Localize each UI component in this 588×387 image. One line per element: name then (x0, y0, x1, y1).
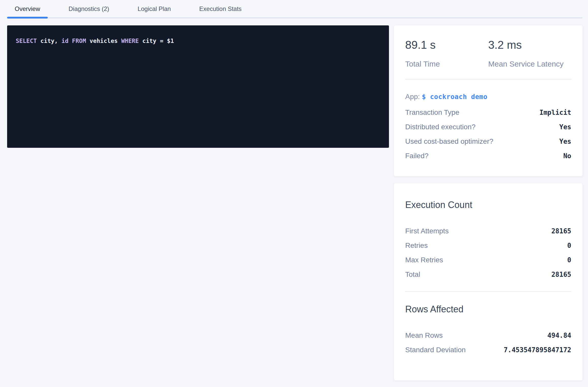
app-row: App: $ cockroach demo (405, 93, 571, 101)
row-label: Total (405, 270, 420, 279)
row-retries: Retries 0 (405, 241, 571, 250)
tab-execution-stats-label: Execution Stats (199, 5, 242, 12)
row-value: 7.453547895847172 (504, 346, 571, 354)
row-label: Failed? (405, 152, 429, 160)
sql-token: city = $1 (139, 38, 174, 44)
tab-overview[interactable]: Overview (7, 0, 48, 18)
app-link[interactable]: $ cockroach demo (422, 93, 487, 101)
sql-statement-text: SELECT city, id FROM vehicles WHERE city… (16, 38, 174, 44)
tab-diagnostics-label: Diagnostics (2) (69, 5, 109, 12)
tab-diagnostics[interactable]: Diagnostics (2) (61, 0, 117, 18)
row-transaction-type: Transaction Type Implicit (405, 108, 571, 117)
stat-total-time: 89.1 s Total Time (405, 39, 488, 68)
row-mean-rows: Mean Rows 494.84 (405, 331, 571, 340)
mean-service-latency-value: 3.2 ms (488, 39, 571, 52)
sql-token: vehicles (86, 38, 121, 44)
row-value: Implicit (540, 109, 571, 116)
statement-details-page: Overview Diagnostics (2) Logical Plan Ex… (0, 0, 588, 387)
row-max-retries: Max Retries 0 (405, 256, 571, 264)
row-value: No (563, 152, 571, 160)
rows-affected-title: Rows Affected (405, 304, 571, 315)
row-standard-deviation: Standard Deviation 7.453547895847172 (405, 346, 571, 354)
tab-overview-label: Overview (15, 5, 40, 12)
sql-token: SELECT (16, 38, 37, 44)
row-value: Yes (559, 123, 571, 131)
row-label: Max Retries (405, 256, 443, 264)
row-value: 494.84 (547, 332, 571, 339)
row-distributed-execution: Distributed execution? Yes (405, 123, 571, 131)
stat-mean-service-latency: 3.2 ms Mean Service Latency (488, 39, 571, 68)
summary-divider (405, 79, 571, 79)
row-value: 28165 (551, 271, 571, 278)
summary-card: 89.1 s Total Time 3.2 ms Mean Service La… (394, 25, 582, 176)
row-total: Total 28165 (405, 270, 571, 279)
row-cost-based-optimizer: Used cost-based optimizer? Yes (405, 137, 571, 146)
row-failed: Failed? No (405, 152, 571, 160)
stats-row: 89.1 s Total Time 3.2 ms Mean Service La… (405, 39, 571, 68)
row-value: Yes (559, 138, 571, 145)
sql-token: city, (37, 38, 61, 44)
sql-token (69, 38, 72, 44)
tab-logical-plan[interactable]: Logical Plan (130, 0, 178, 18)
row-label: Mean Rows (405, 331, 443, 340)
sql-token: WHERE (121, 38, 139, 44)
row-value: 0 (567, 256, 571, 264)
row-value: 0 (567, 242, 571, 249)
sql-statement-box: SELECT city, id FROM vehicles WHERE city… (7, 25, 389, 148)
row-label: First Attempts (405, 227, 449, 235)
app-label: App: (405, 93, 420, 101)
tab-logical-plan-label: Logical Plan (138, 5, 171, 12)
mean-service-latency-label: Mean Service Latency (488, 60, 571, 68)
execution-card: Execution Count First Attempts 28165 Ret… (394, 183, 582, 380)
row-value: 28165 (551, 227, 571, 235)
row-label: Standard Deviation (405, 346, 466, 354)
execution-divider (405, 291, 571, 292)
row-label: Distributed execution? (405, 123, 476, 131)
row-label: Used cost-based optimizer? (405, 137, 493, 146)
total-time-value: 89.1 s (405, 39, 488, 52)
row-first-attempts: First Attempts 28165 (405, 227, 571, 235)
sql-token: id (61, 38, 69, 44)
row-label: Transaction Type (405, 108, 459, 117)
sql-token: FROM (72, 38, 86, 44)
row-label: Retries (405, 241, 428, 250)
tab-bar: Overview Diagnostics (2) Logical Plan Ex… (7, 0, 582, 18)
tab-execution-stats[interactable]: Execution Stats (192, 0, 249, 18)
execution-count-title: Execution Count (405, 200, 571, 210)
total-time-label: Total Time (405, 60, 488, 68)
